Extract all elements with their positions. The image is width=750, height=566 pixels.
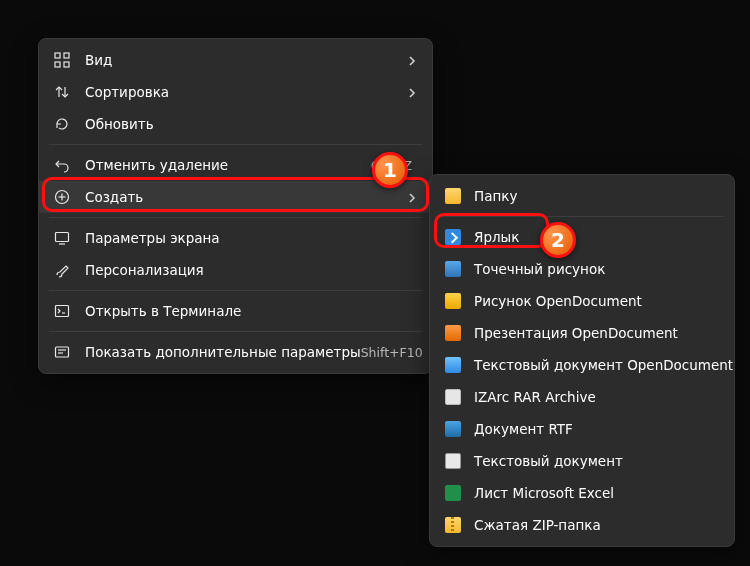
chevron-right-icon xyxy=(406,86,418,98)
menu-separator xyxy=(49,217,422,218)
context-menu-new: Папку Ярлык Точечный рисунок Рисунок Ope… xyxy=(429,174,735,547)
zip-icon xyxy=(444,516,462,534)
submenu-item-txt[interactable]: Текстовый документ xyxy=(430,445,734,477)
menu-separator xyxy=(49,331,422,332)
menu-item-refresh[interactable]: Обновить xyxy=(39,108,432,140)
bitmap-icon xyxy=(444,260,462,278)
submenu-item-folder[interactable]: Папку xyxy=(430,180,734,212)
submenu-item-label: Лист Microsoft Excel xyxy=(474,485,720,501)
plus-circle-icon xyxy=(53,188,71,206)
submenu-item-zip[interactable]: Сжатая ZIP-папка xyxy=(430,509,734,541)
rtf-icon xyxy=(444,420,462,438)
shortcut-icon xyxy=(444,228,462,246)
terminal-icon xyxy=(53,302,71,320)
grid-icon xyxy=(53,51,71,69)
annotation-badge-2: 2 xyxy=(540,222,576,258)
menu-item-personalize[interactable]: Персонализация xyxy=(39,254,432,286)
submenu-item-label: Рисунок OpenDocument xyxy=(474,293,720,309)
txt-icon xyxy=(444,452,462,470)
excel-icon xyxy=(444,484,462,502)
badge-number: 2 xyxy=(551,228,565,252)
menu-item-new[interactable]: Создать xyxy=(39,181,432,213)
submenu-item-shortcut[interactable]: Ярлык xyxy=(430,221,734,253)
submenu-item-label: Папку xyxy=(474,188,720,204)
menu-separator xyxy=(49,290,422,291)
submenu-item-label: Текстовый документ xyxy=(474,453,720,469)
chevron-right-icon xyxy=(406,191,418,203)
submenu-item-label: Ярлык xyxy=(474,229,720,245)
undo-icon xyxy=(53,156,71,174)
menu-item-label: Персонализация xyxy=(85,262,418,278)
menu-item-sort[interactable]: Сортировка xyxy=(39,76,432,108)
svg-rect-2 xyxy=(55,62,60,67)
menu-item-label: Создать xyxy=(85,189,406,205)
monitor-icon xyxy=(53,229,71,247)
svg-rect-9 xyxy=(56,233,69,242)
submenu-item-odg[interactable]: Рисунок OpenDocument xyxy=(430,285,734,317)
sort-icon xyxy=(53,83,71,101)
menu-item-label: Параметры экрана xyxy=(85,230,418,246)
folder-icon xyxy=(444,187,462,205)
more-options-icon xyxy=(53,343,71,361)
annotation-badge-1: 1 xyxy=(372,152,408,188)
menu-item-label: Открыть в Терминале xyxy=(85,303,418,319)
menu-item-display-settings[interactable]: Параметры экрана xyxy=(39,222,432,254)
badge-number: 1 xyxy=(383,158,397,182)
submenu-item-label: Точечный рисунок xyxy=(474,261,720,277)
submenu-item-odt[interactable]: Текстовый документ OpenDocument xyxy=(430,349,734,381)
odp-icon xyxy=(444,324,462,342)
menu-item-label: Отменить удаление xyxy=(85,157,371,173)
menu-item-label: Показать дополнительные параметры xyxy=(85,344,361,360)
svg-rect-13 xyxy=(56,347,69,357)
refresh-icon xyxy=(53,115,71,133)
menu-item-label: Вид xyxy=(85,52,406,68)
menu-item-show-more[interactable]: Показать дополнительные параметры Shift+… xyxy=(39,336,432,368)
submenu-item-label: IZArc RAR Archive xyxy=(474,389,720,405)
context-menu-main: Вид Сортировка Обновить Отменить удалени… xyxy=(38,38,433,374)
menu-separator xyxy=(440,216,724,217)
svg-rect-1 xyxy=(64,53,69,58)
rar-icon xyxy=(444,388,462,406)
svg-rect-11 xyxy=(56,306,69,317)
chevron-right-icon xyxy=(406,54,418,66)
menu-item-label: Сортировка xyxy=(85,84,406,100)
menu-shortcut: Shift+F10 xyxy=(361,345,423,360)
submenu-item-rtf[interactable]: Документ RTF xyxy=(430,413,734,445)
submenu-item-odp[interactable]: Презентация OpenDocument xyxy=(430,317,734,349)
brush-icon xyxy=(53,261,71,279)
submenu-item-rar[interactable]: IZArc RAR Archive xyxy=(430,381,734,413)
submenu-item-bitmap[interactable]: Точечный рисунок xyxy=(430,253,734,285)
menu-item-label: Обновить xyxy=(85,116,418,132)
svg-rect-0 xyxy=(55,53,60,58)
submenu-item-label: Текстовый документ OpenDocument xyxy=(474,357,733,373)
odg-icon xyxy=(444,292,462,310)
menu-item-view[interactable]: Вид xyxy=(39,44,432,76)
menu-item-open-terminal[interactable]: Открыть в Терминале xyxy=(39,295,432,327)
submenu-item-xlsx[interactable]: Лист Microsoft Excel xyxy=(430,477,734,509)
odt-icon xyxy=(444,356,462,374)
menu-separator xyxy=(49,144,422,145)
submenu-item-label: Презентация OpenDocument xyxy=(474,325,720,341)
submenu-item-label: Сжатая ZIP-папка xyxy=(474,517,720,533)
svg-rect-3 xyxy=(64,62,69,67)
submenu-item-label: Документ RTF xyxy=(474,421,720,437)
